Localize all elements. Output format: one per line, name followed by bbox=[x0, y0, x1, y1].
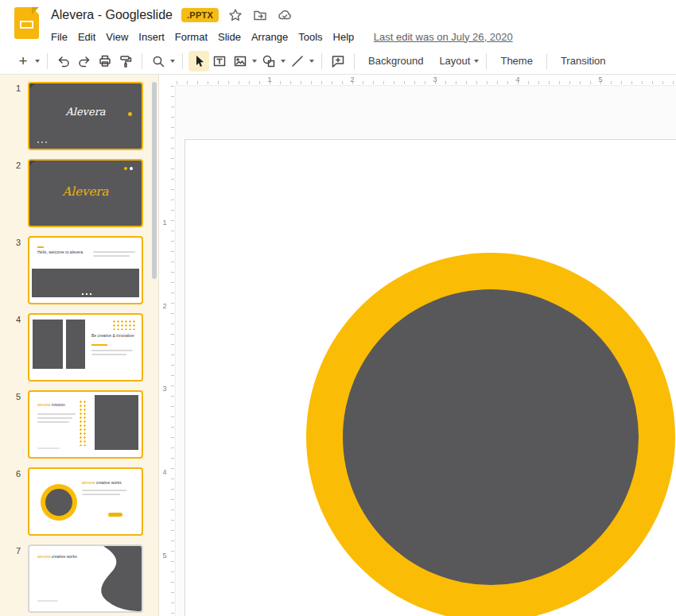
thumb-title: Hello, welcome to alevera bbox=[37, 250, 84, 254]
menu-format[interactable]: Format bbox=[169, 31, 212, 43]
slide-row-4: 4 Be creative & innovative bbox=[0, 313, 158, 382]
slide-number: 7 bbox=[0, 544, 21, 613]
ruler-number: 1 bbox=[159, 219, 170, 227]
document-title[interactable]: Alevera - Googleslide bbox=[51, 8, 173, 22]
slide-number: 5 bbox=[0, 390, 21, 459]
logo-fold-shade bbox=[32, 7, 39, 14]
insert-comment-button[interactable] bbox=[328, 51, 348, 72]
text-placeholder bbox=[91, 350, 133, 351]
slide-thumbnail-7[interactable]: alevera creative works bbox=[28, 544, 143, 613]
vertical-ruler: 1 2 3 4 5 bbox=[159, 86, 176, 616]
pptx-badge: .PPTX bbox=[181, 8, 219, 22]
insert-image-button[interactable] bbox=[230, 51, 251, 72]
slide-thumbnail-5[interactable]: alevera mission bbox=[28, 390, 143, 459]
last-edit-link[interactable]: Last edit was on July 26, 2020 bbox=[374, 31, 513, 43]
thumb-title: Alevera bbox=[29, 184, 142, 199]
ruler-number: 5 bbox=[594, 76, 607, 83]
slide-thumbnail-1[interactable]: Alevera bbox=[28, 82, 143, 150]
ruler-number: 3 bbox=[159, 385, 170, 393]
horizontal-ruler: 1 2 3 4 5 bbox=[176, 75, 676, 86]
menu-arrange[interactable]: Arrange bbox=[246, 31, 293, 43]
slide-thumbnail-3[interactable]: Hello, welcome to alevera bbox=[28, 236, 143, 304]
divider bbox=[354, 53, 355, 69]
menu-file[interactable]: File bbox=[51, 31, 72, 43]
slide-filmstrip: 1 Alevera 2 Alevera 3 Hello, welcome to … bbox=[0, 75, 159, 616]
new-slide-button[interactable]: + bbox=[13, 51, 33, 72]
line-dropdown[interactable] bbox=[308, 51, 316, 72]
decorative-dot bbox=[128, 112, 132, 116]
text-placeholder bbox=[37, 421, 69, 423]
slide-thumbnail-4[interactable]: Be creative & innovative bbox=[28, 313, 143, 382]
corner-decoration bbox=[29, 161, 35, 166]
menu-edit[interactable]: Edit bbox=[72, 31, 100, 43]
redo-button[interactable] bbox=[74, 51, 95, 72]
menu-tools[interactable]: Tools bbox=[293, 31, 328, 43]
image-dropdown[interactable] bbox=[251, 51, 258, 72]
new-slide-dropdown[interactable] bbox=[33, 51, 41, 72]
menu-slide[interactable]: Slide bbox=[213, 31, 247, 43]
zoom-dropdown[interactable] bbox=[169, 51, 177, 72]
cloud-status-icon[interactable] bbox=[277, 7, 293, 23]
circle-decoration-inner bbox=[45, 489, 72, 516]
transition-button[interactable]: Transition bbox=[553, 51, 614, 72]
google-slides-logo[interactable] bbox=[14, 7, 39, 39]
undo-icon bbox=[56, 54, 71, 68]
print-button[interactable] bbox=[95, 51, 115, 72]
button-placeholder bbox=[108, 513, 122, 517]
print-icon bbox=[98, 54, 112, 68]
paint-format-button[interactable] bbox=[115, 51, 136, 72]
thumb-title-accent: alevera bbox=[82, 480, 95, 485]
background-button[interactable]: Background bbox=[360, 51, 431, 72]
corner-decoration bbox=[29, 83, 35, 89]
thumb-title: Alevera bbox=[29, 106, 142, 118]
toolbar: + Background Layout Theme bbox=[0, 48, 676, 75]
divider bbox=[321, 53, 322, 69]
decorative-dots bbox=[124, 167, 127, 170]
slide-thumbnail-6[interactable]: alevera creative works bbox=[28, 467, 143, 536]
slide-shape-dark-circle[interactable] bbox=[343, 289, 639, 585]
slide-row-3: 3 Hello, welcome to alevera bbox=[0, 236, 158, 304]
divider bbox=[546, 53, 547, 69]
star-icon[interactable] bbox=[227, 7, 243, 23]
shape-dropdown[interactable] bbox=[279, 51, 287, 72]
editor-workspace bbox=[176, 86, 676, 616]
menu-insert[interactable]: Insert bbox=[134, 31, 170, 43]
theme-button[interactable]: Theme bbox=[492, 51, 540, 72]
image-placeholder bbox=[95, 395, 138, 450]
layout-label: Layout bbox=[431, 51, 472, 72]
filmstrip-scrollbar[interactable] bbox=[152, 82, 157, 279]
menu-bar: File Edit View Insert Format Slide Arran… bbox=[51, 27, 676, 46]
text-box-button[interactable] bbox=[209, 51, 230, 72]
zoom-button[interactable] bbox=[148, 51, 169, 72]
slide-row-1: 1 Alevera bbox=[0, 82, 158, 150]
undo-button[interactable] bbox=[53, 51, 74, 72]
cursor-icon bbox=[192, 54, 206, 68]
slide-number: 2 bbox=[0, 159, 21, 227]
ruler-ticks bbox=[171, 86, 174, 616]
move-folder-icon[interactable] bbox=[252, 7, 268, 23]
redo-icon bbox=[77, 54, 91, 68]
accent-mark bbox=[37, 246, 44, 248]
line-icon bbox=[290, 54, 305, 68]
ruler-corner bbox=[159, 75, 176, 86]
text-box-icon bbox=[212, 54, 227, 68]
insert-shape-button[interactable] bbox=[258, 51, 279, 72]
slide-number: 6 bbox=[0, 467, 21, 536]
select-tool-button[interactable] bbox=[188, 51, 209, 72]
menu-help[interactable]: Help bbox=[328, 31, 359, 43]
slide-row-2: 2 Alevera bbox=[0, 159, 158, 227]
slide-thumbnail-2[interactable]: Alevera bbox=[28, 159, 143, 227]
text-placeholder bbox=[82, 490, 126, 491]
ruler-number: 4 bbox=[159, 468, 170, 476]
layout-button[interactable]: Layout bbox=[431, 51, 480, 72]
ruler-number: 2 bbox=[159, 302, 170, 310]
menu-view[interactable]: View bbox=[101, 31, 134, 43]
insert-line-button[interactable] bbox=[287, 51, 308, 72]
image-placeholder bbox=[66, 320, 85, 369]
app-header: Alevera - Googleslide .PPTX File Edit Vi… bbox=[0, 0, 676, 48]
thumb-title-rest: creative works bbox=[96, 480, 122, 485]
thumb-title: alevera mission bbox=[37, 402, 79, 407]
footer-dots bbox=[37, 141, 39, 143]
divider bbox=[486, 53, 487, 69]
text-placeholder bbox=[91, 354, 126, 355]
